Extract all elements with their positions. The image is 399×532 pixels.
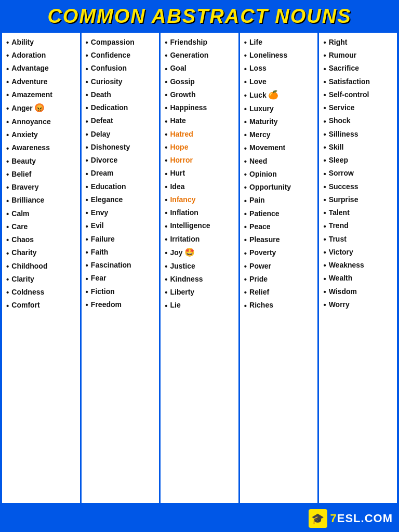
list-item: •Wealth: [323, 272, 395, 285]
bullet-icon: •: [244, 142, 247, 154]
bullet-icon: •: [86, 49, 88, 61]
bullet-icon: •: [323, 76, 326, 88]
list-item: •Maturity: [244, 115, 316, 128]
word-text: Care: [11, 221, 28, 233]
list-item: •Evil: [86, 220, 157, 233]
word-text: Peace: [249, 221, 270, 233]
word-text: Bravery: [11, 182, 38, 193]
bullet-icon: •: [86, 102, 88, 114]
bullet-icon: •: [6, 76, 9, 88]
word-text: Brilliance: [11, 195, 44, 206]
bullet-icon: •: [165, 286, 167, 298]
word-text: Anger: [11, 103, 32, 114]
bullet-icon: •: [165, 233, 167, 245]
list-item: •Horror: [165, 154, 236, 167]
word-text: Dedication: [91, 102, 128, 114]
word-text: Adoration: [11, 50, 46, 61]
word-text: Joy: [170, 247, 182, 259]
bullet-icon: •: [323, 141, 326, 153]
list-item: •Opportunity: [244, 181, 316, 194]
list-item: •Infancy: [165, 193, 236, 206]
list-item: •Childhood: [6, 260, 78, 273]
bullet-icon: •: [323, 259, 326, 271]
list-item: •Poverty: [244, 247, 316, 260]
bullet-icon: •: [6, 300, 9, 312]
list-item: •Worry: [323, 298, 395, 311]
bullet-icon: •: [323, 220, 326, 232]
list-item: •Confidence: [86, 49, 157, 62]
word-text: Fiction: [91, 286, 115, 298]
bullet-icon: •: [6, 155, 9, 167]
word-text: Calm: [11, 208, 29, 220]
list-item: •Chaos: [6, 233, 78, 246]
list-item: •Clarity: [6, 273, 78, 286]
logo: 🎓 7ESL.COM: [309, 509, 393, 528]
word-text: Education: [91, 181, 126, 193]
word-text: Pleasure: [249, 234, 280, 246]
page: COMMON ABSTRACT NOUNS •Ability•Adoration…: [0, 0, 399, 532]
list-item: •Life: [244, 36, 316, 49]
word-text: Riches: [249, 300, 273, 311]
list-item: •Freedom: [86, 298, 157, 311]
list-item: •Fascination: [86, 259, 157, 272]
bullet-icon: •: [244, 155, 247, 167]
list-item: •Elegance: [86, 193, 157, 206]
word-text: Death: [91, 89, 111, 101]
word-text: Poverty: [249, 247, 276, 259]
word-text: Coldness: [11, 287, 44, 298]
list-item: •Dishonesty: [86, 141, 157, 154]
logo-icon: 🎓: [309, 509, 327, 528]
word-text: Love: [249, 76, 267, 88]
word-text: Comfort: [11, 300, 39, 311]
bullet-icon: •: [6, 221, 9, 233]
bullet-icon: •: [244, 273, 247, 285]
bullet-icon: •: [86, 207, 88, 219]
list-item: •Amazement: [6, 88, 78, 101]
list-item: •Love: [244, 75, 316, 88]
list-item: •Right: [323, 36, 395, 49]
list-item: •Beauty: [6, 155, 78, 168]
bullet-icon: •: [244, 260, 247, 272]
bullet-icon: •: [165, 102, 167, 114]
bullet-icon: •: [6, 63, 9, 75]
word-text: Infancy: [170, 194, 195, 206]
word-text: Movement: [249, 142, 285, 154]
column-5: •Right•Rumour•Sacrifice•Satisfaction•Sel…: [319, 33, 397, 503]
list-item: •Silliness: [323, 128, 395, 141]
word-text: Elegance: [91, 194, 123, 206]
bullet-icon: •: [323, 115, 326, 127]
bullet-icon: •: [323, 207, 326, 219]
list-item: •Pleasure: [244, 233, 316, 246]
word-text: Evil: [91, 220, 104, 232]
list-item: •Anxiety: [6, 128, 78, 141]
list-item: •Trend: [323, 220, 395, 233]
word-text: Amazement: [11, 89, 52, 101]
word-text: Childhood: [11, 261, 47, 272]
word-text: Opinion: [249, 169, 277, 180]
bullet-icon: •: [323, 102, 326, 114]
word-text: Inflation: [170, 207, 198, 219]
list-item: •Need: [244, 155, 316, 168]
bullet-icon: •: [165, 194, 167, 206]
word-text: Goal: [170, 63, 186, 74]
bullet-icon: •: [244, 63, 247, 75]
word-text: Annoyance: [11, 116, 50, 128]
bullet-icon: •: [244, 76, 247, 88]
word-text: Opportunity: [249, 182, 291, 193]
list-item: •Curiosity: [86, 75, 157, 88]
list-item: •Victory: [323, 246, 395, 259]
list-item: •Idea: [165, 180, 236, 193]
word-text: Curiosity: [91, 76, 123, 88]
list-item: •Hope: [165, 141, 236, 154]
list-item: •Loss: [244, 62, 316, 75]
bullet-icon: •: [244, 89, 247, 101]
word-text: Luxury: [249, 103, 274, 115]
list-item: •Growth: [165, 88, 236, 101]
word-text: Loss: [249, 63, 267, 74]
column-3: •Friendship•Generation•Goal•Gossip•Growt…: [161, 33, 240, 503]
content: •Ability•Adoration•Advantage•Adventure•A…: [0, 33, 399, 505]
list-item: •Failure: [86, 233, 157, 246]
bullet-icon: •: [6, 247, 9, 259]
bullet-icon: •: [165, 181, 167, 193]
list-item: •Sacrifice: [323, 62, 395, 75]
